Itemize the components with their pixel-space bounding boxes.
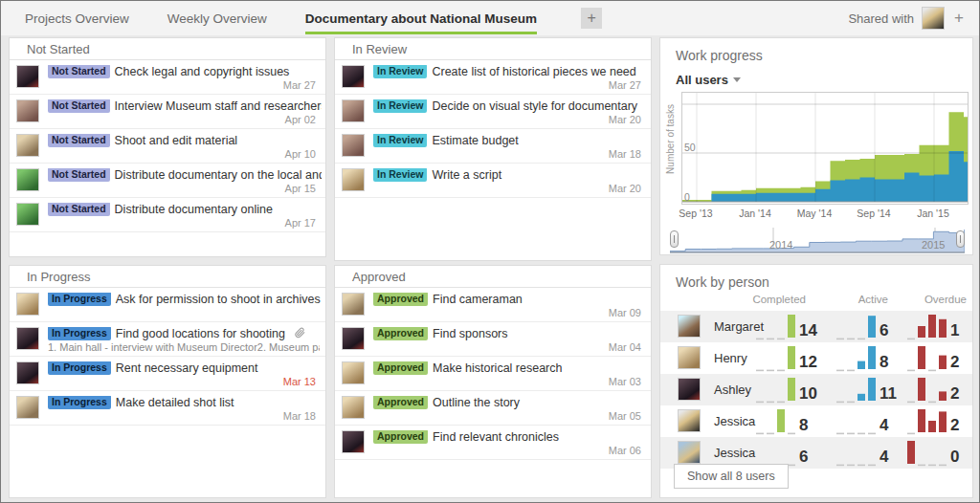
metric-headers: Completed Active Overdue [660,294,972,307]
mini-bars-overdue [907,343,949,373]
due-date: Apr 15 [285,183,316,194]
column-in-review: In Review In ReviewCreate list of histor… [334,37,652,261]
task-line: In ReviewCreate list of historical piece… [373,65,647,81]
task-card[interactable]: In ProgressAsk for permission to shoot i… [10,288,325,322]
mini-bars-active [836,312,879,341]
tab-weekly-overview[interactable]: Weekly Overview [167,3,267,34]
task-card[interactable]: ApprovedMake historical researchMar 03 [335,357,651,391]
progress-chart [681,92,969,205]
y-tick-0: 0 [684,191,690,203]
metric-active: 8 [836,343,888,373]
task-title: Interview Museum staff and researchers [115,99,322,113]
x-tick-label: Jan '14 [732,208,778,219]
due-date: Mar 27 [609,79,641,91]
mini-bars-active [836,343,879,373]
column-title: In Progress [10,266,325,288]
task-line: In ProgressAsk for permission to shoot i… [48,293,322,309]
mini-bars-overdue [907,312,949,341]
task-card[interactable]: ApprovedFind sponsorsMar 04 [335,322,651,357]
task-title: Outline the story [433,396,520,409]
range-handle-right[interactable] [956,230,965,248]
state-badge: Not Started [48,203,110,216]
task-card[interactable]: In ProgressFind good locations for shoot… [10,322,325,357]
task-title: Find sponsors [433,327,508,340]
state-badge: In Review [373,168,427,182]
user-filter-value: All users [676,73,728,87]
task-line: In ReviewDecide on visual style for docu… [373,99,647,116]
person-row[interactable]: Ashley10112 [660,374,972,405]
task-line: Not StartedShoot and edit material [48,134,322,150]
task-card[interactable]: In ReviewCreate list of historical piece… [335,60,651,95]
state-badge: Approved [373,361,428,375]
metric-value-overdue: 0 [950,448,959,466]
state-badge: In Review [373,134,427,147]
task-card[interactable]: Not StartedInterview Museum staff and re… [10,95,325,129]
tab-projects-overview[interactable]: Projects Overview [25,3,129,34]
task-title: Write a script [432,168,501,182]
person-name: Ashley [714,383,751,397]
task-title: Distribute documentary on the local and … [115,168,322,182]
due-date: Mar 05 [609,410,641,422]
metric-active: 4 [836,438,888,468]
metric-value-completed: 12 [799,353,817,371]
task-card[interactable]: Not StartedCheck legal and copyright iss… [10,60,325,95]
column-not-started: Not Started Not StartedCheck legal and c… [9,37,326,257]
task-card[interactable]: In ProgressMake detailed shot listMar 18 [10,391,325,426]
x-tick-label: Sep '13 [673,208,719,219]
mini-bars-overdue [907,438,949,468]
task-card[interactable]: Not StartedDistribute documentary on the… [10,164,325,198]
metric-value-completed: 6 [799,448,808,466]
task-title: Distribute documentary online [115,203,273,216]
task-card[interactable]: In ReviewDecide on visual style for docu… [335,95,651,129]
column-title: Not Started [10,38,325,60]
avatar [342,396,365,419]
tab-documentary-about-national-museum[interactable]: Documentary about National Museum [305,3,537,34]
task-title: Find good locations for shooting [116,327,285,340]
task-card[interactable]: ApprovedFind relevant chroniclesMar 06 [335,426,651,460]
mini-year-2014: 2014 [769,239,792,251]
shared-user-avatar[interactable] [922,7,945,30]
person-row[interactable]: Jessica842 [660,405,972,437]
work-by-person-title: Work by person [660,265,972,290]
task-card[interactable]: In ProgressRent necessary equipmentMar 1… [10,357,325,391]
avatar [342,99,365,122]
state-badge: Approved [373,430,428,444]
mini-chart-area [670,230,965,252]
user-filter-dropdown[interactable]: All users [676,73,741,87]
person-row[interactable]: Margaret1461 [660,311,972,342]
person-name: Henry [714,351,747,365]
state-badge: Not Started [48,134,110,147]
state-badge: In Progress [48,361,111,375]
task-card[interactable]: ApprovedOutline the storyMar 05 [335,391,651,426]
task-card[interactable]: Not StartedShoot and edit materialApr 10 [10,129,325,164]
add-shared-user-icon[interactable]: + [952,9,966,28]
header-active: Active [819,294,888,305]
task-card[interactable]: Not StartedDistribute documentary online… [10,198,325,232]
metric-completed: 8 [756,406,808,436]
task-line: ApprovedOutline the story [373,396,647,412]
task-card[interactable]: ApprovedFind cameramanMar 09 [335,288,651,322]
metric-overdue: 0 [907,438,959,468]
x-axis-ticks: Sep '13Jan '14May '14Sep '14Jan '15 [681,208,969,221]
avatar [16,99,39,122]
avatar [16,361,39,384]
mini-bars-overdue [907,375,949,405]
avatar [678,378,701,401]
time-range-selector[interactable]: 2014 2015 [670,226,965,254]
range-handle-left[interactable] [670,230,679,248]
due-date: Mar 06 [609,445,641,456]
person-row[interactable]: Henry1282 [660,342,972,374]
column-title: Approved [335,266,651,288]
task-card[interactable]: In ReviewWrite a scriptMar 20 [335,164,651,198]
task-line: In ProgressRent necessary equipment [48,361,322,378]
add-tab-button[interactable]: + [581,8,602,29]
task-card[interactable]: In ReviewEstimate budgetMar 18 [335,129,651,164]
show-all-users-button[interactable]: Show all 8 users [674,464,789,489]
mini-year-2015: 2015 [922,239,945,251]
avatar [16,203,39,226]
task-line: In ReviewWrite a script [373,168,647,185]
y-tick-50: 50 [684,142,696,153]
mini-bars-active [836,375,879,405]
state-badge: Approved [373,327,428,340]
task-line: In ReviewEstimate budget [373,134,647,150]
